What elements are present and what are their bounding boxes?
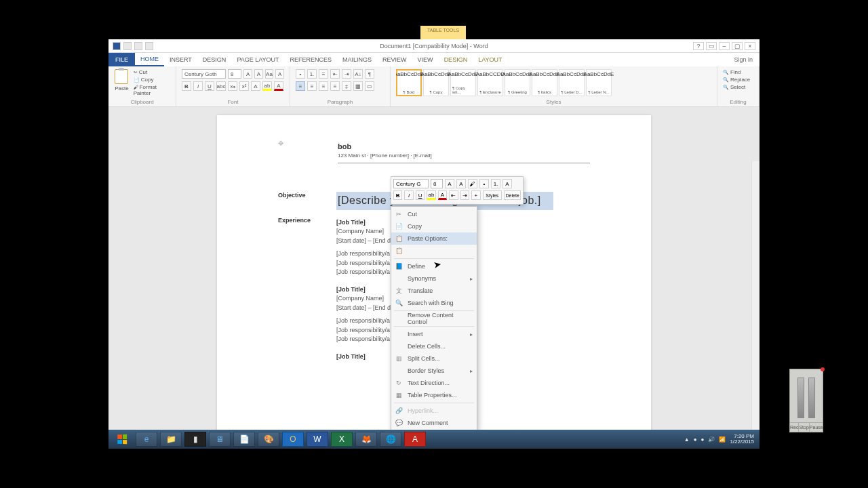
font-family-combo[interactable]: Century Goth — [182, 69, 226, 79]
cut-button[interactable]: Cut — [134, 69, 170, 75]
outlook-icon[interactable]: O — [282, 432, 304, 447]
desktop-icon[interactable]: 🖥 — [209, 432, 231, 447]
redo-button[interactable] — [145, 42, 153, 50]
tab-home[interactable]: HOME — [135, 53, 164, 66]
mini-shrink-font[interactable]: A — [456, 179, 466, 188]
find-button[interactable]: Find — [723, 69, 753, 75]
style-chip[interactable]: AaBbCcDdE¶ Bold — [396, 69, 422, 96]
ctx-delete-cells[interactable]: Delete Cells... — [391, 340, 477, 352]
highlight-button[interactable]: ab — [262, 81, 272, 91]
ctx-split-cells[interactable]: ▥Split Cells... — [391, 352, 477, 365]
minimize-button[interactable]: – — [719, 42, 730, 50]
stop-button[interactable]: Stop — [799, 423, 809, 432]
font-color-button[interactable]: A — [274, 81, 283, 91]
format-painter-button[interactable]: Format Painter — [134, 84, 170, 96]
tray-icon[interactable]: 🔊 — [708, 436, 715, 443]
vertical-scrollbar[interactable] — [751, 161, 760, 438]
change-case-button[interactable]: Aa — [265, 69, 274, 79]
tab-table-layout[interactable]: LAYOUT — [473, 53, 507, 66]
align-left-button[interactable]: ≡ — [296, 81, 305, 91]
underline-button[interactable]: U — [205, 81, 214, 91]
style-chip[interactable]: AaBbCCDD¶ Enclosure — [477, 69, 503, 96]
tab-table-design[interactable]: DESIGN — [439, 53, 473, 66]
superscript-button[interactable]: x² — [239, 81, 249, 91]
undo-button[interactable] — [134, 42, 142, 50]
mini-grow-font[interactable]: A — [445, 179, 454, 188]
resume-name[interactable]: bob — [338, 142, 590, 150]
ctx-border-styles[interactable]: Border Styles▸ — [391, 365, 477, 377]
tab-file[interactable]: FILE — [108, 53, 135, 66]
ctx-table-properties[interactable]: ▦Table Properties... — [391, 389, 477, 401]
start-button[interactable] — [111, 432, 133, 447]
italic-button[interactable]: I — [193, 81, 203, 91]
ctx-remove-content-control[interactable]: Remove Content Control — [391, 312, 477, 325]
tab-page-layout[interactable]: PAGE LAYOUT — [231, 53, 284, 66]
ctx-cut[interactable]: ✂Cut — [391, 208, 477, 220]
align-right-button[interactable]: ≡ — [319, 81, 328, 91]
tray-icon[interactable]: ● — [701, 436, 705, 443]
subscript-button[interactable]: x₂ — [228, 81, 237, 91]
document-area[interactable]: ✥ bob 123 Main st · [Phone number] · [E-… — [108, 107, 760, 438]
style-chip[interactable]: AaBbCcDdE¶ Copy — [423, 69, 449, 96]
tray-network-icon[interactable]: 📶 — [719, 436, 726, 443]
shading-button[interactable]: ▦ — [353, 81, 363, 91]
section-objective-label[interactable]: Objective — [278, 192, 323, 210]
mini-font-color[interactable]: A — [438, 190, 447, 200]
tab-insert[interactable]: INSERT — [164, 53, 197, 66]
line-spacing-button[interactable]: ‡ — [342, 81, 351, 91]
save-button[interactable] — [123, 42, 132, 50]
ctx-copy[interactable]: 📄Copy — [391, 220, 477, 232]
ctx-new-comment[interactable]: 💬New Comment — [391, 417, 477, 429]
mini-underline[interactable]: U — [416, 190, 425, 200]
rec-button[interactable]: Rec — [790, 423, 799, 432]
tray-icon[interactable]: ▲ — [684, 436, 690, 443]
ctx-text-direction[interactable]: ↻Text Direction... — [391, 377, 477, 389]
mini-indent-inc[interactable]: ⇥ — [460, 190, 469, 200]
font-size-combo[interactable]: 8 — [228, 69, 241, 79]
mini-format-painter[interactable]: 🖌 — [468, 179, 477, 188]
table-handle-icon[interactable]: ✥ — [278, 140, 283, 147]
select-button[interactable]: Select — [723, 84, 753, 90]
tab-design[interactable]: DESIGN — [197, 53, 232, 66]
bullets-button[interactable]: • — [296, 69, 305, 79]
firefox-icon[interactable]: 🦊 — [355, 432, 377, 447]
pause-button[interactable]: Pause — [810, 423, 823, 432]
bold-button[interactable]: B — [182, 81, 191, 91]
ribbon-collapse-button[interactable]: ▭ — [706, 42, 717, 50]
numbering-button[interactable]: 1. — [307, 69, 317, 79]
help-button[interactable]: ? — [693, 42, 704, 50]
grow-font-button[interactable]: A — [243, 69, 252, 79]
mini-indent-dec[interactable]: ⇤ — [449, 190, 458, 200]
borders-button[interactable]: ▭ — [365, 81, 374, 91]
paste-button[interactable]: Paste — [114, 69, 130, 99]
maximize-button[interactable]: ▢ — [732, 42, 743, 50]
notepad-icon[interactable]: 📄 — [233, 432, 255, 447]
align-center-button[interactable]: ≡ — [307, 81, 317, 91]
ie-icon[interactable]: e — [136, 432, 157, 447]
word-icon[interactable] — [113, 42, 121, 50]
style-chip[interactable]: AaBbCcDdE¶ Letter N... — [586, 69, 612, 96]
paint-icon[interactable]: 🎨 — [258, 432, 279, 447]
volume-meter-widget[interactable]: Rec Stop Pause — [789, 369, 823, 432]
multilevel-list-button[interactable]: ≡ — [319, 69, 328, 79]
ctx-paste-keep-source[interactable]: 📋 — [391, 245, 477, 257]
sort-button[interactable]: A↓ — [353, 69, 363, 79]
strikethrough-button[interactable]: abc — [216, 81, 226, 91]
section-experience-label[interactable]: Experience — [278, 217, 323, 362]
resume-contact[interactable]: 123 Main st · [Phone number] · [E-mail] — [338, 152, 590, 159]
cmd-icon[interactable]: ▮ — [184, 432, 206, 447]
clear-formatting-button[interactable]: A — [275, 69, 284, 79]
increase-indent-button[interactable]: ⇥ — [342, 69, 351, 79]
text-effects-button[interactable]: A — [251, 81, 260, 91]
style-chip[interactable]: AaBbCcDdE¶ Greeting — [505, 69, 530, 96]
mini-font-combo[interactable]: Century G — [393, 179, 429, 188]
close-button[interactable]: × — [745, 42, 755, 50]
shrink-font-button[interactable]: A — [254, 69, 263, 79]
tray-icon[interactable]: ● — [694, 436, 697, 443]
mini-size-combo[interactable]: 8 — [431, 179, 443, 188]
tab-mailings[interactable]: MAILINGS — [337, 53, 377, 66]
show-marks-button[interactable]: ¶ — [365, 69, 374, 79]
mini-italic[interactable]: I — [404, 190, 413, 200]
clock[interactable]: 7:20 PM 1/22/2015 — [730, 434, 754, 445]
sign-in-link[interactable]: Sign in — [734, 56, 760, 63]
